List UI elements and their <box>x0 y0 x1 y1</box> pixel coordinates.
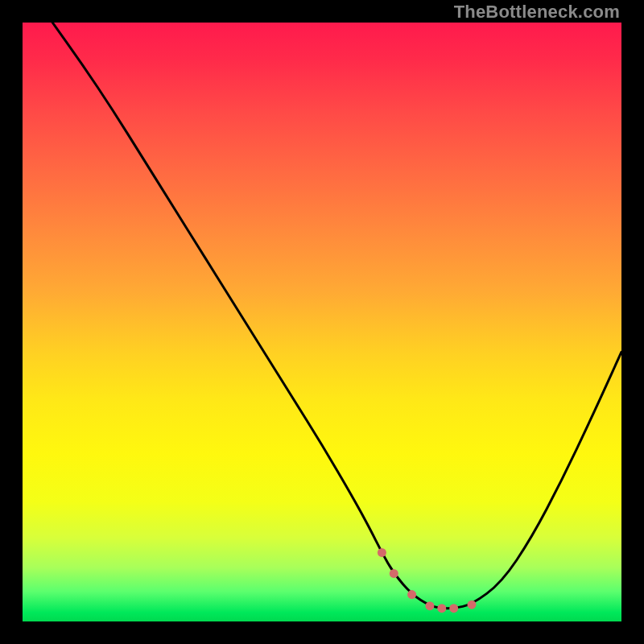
optimal-marker <box>437 604 446 613</box>
optimal-marker <box>378 548 386 557</box>
optimal-marker <box>449 604 458 613</box>
plot-area <box>23 23 621 621</box>
outer-frame: TheBottleneck.com <box>0 0 644 644</box>
chart-svg <box>23 23 621 621</box>
optimal-marker <box>425 601 434 610</box>
gradient-background <box>23 23 621 621</box>
optimal-marker <box>468 601 477 609</box>
optimal-marker <box>407 590 416 599</box>
optimal-marker <box>390 569 398 578</box>
watermark-label: TheBottleneck.com <box>454 2 620 23</box>
